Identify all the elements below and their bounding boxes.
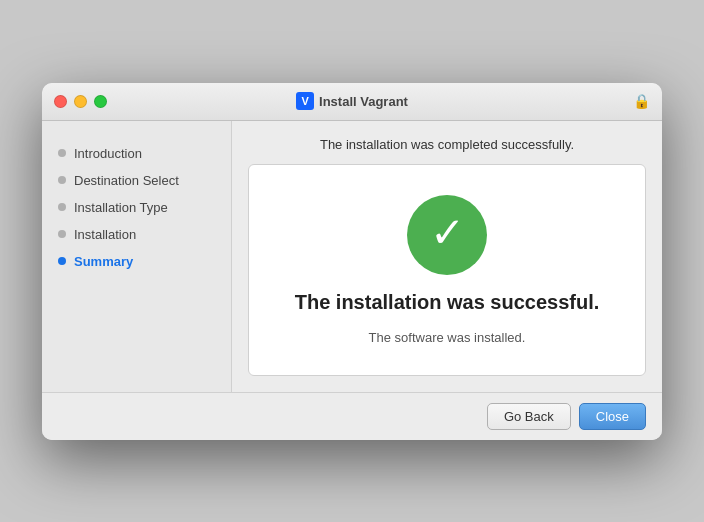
sidebar-item-label: Installation Type <box>74 200 168 215</box>
main-area: The installation was completed successfu… <box>232 121 662 392</box>
success-subtitle: The software was installed. <box>369 330 526 345</box>
vagrant-icon: V <box>296 92 314 110</box>
sidebar-item-label: Summary <box>74 254 133 269</box>
title-text: Install Vagrant <box>319 94 408 109</box>
sidebar-dot <box>58 203 66 211</box>
sidebar-dot-active <box>58 257 66 265</box>
checkmark: ✓ <box>430 212 465 254</box>
window-controls <box>54 95 107 108</box>
close-button[interactable] <box>54 95 67 108</box>
sidebar-item-label: Destination Select <box>74 173 179 188</box>
success-title: The installation was successful. <box>295 291 600 314</box>
installer-window: V Install Vagrant 🔒 Introduction Destina… <box>42 83 662 440</box>
success-icon: ✓ <box>407 195 487 275</box>
titlebar: V Install Vagrant 🔒 <box>42 83 662 121</box>
top-message: The installation was completed successfu… <box>232 121 662 164</box>
sidebar-item-label: Installation <box>74 227 136 242</box>
bottom-bar: Go Back Close <box>42 392 662 440</box>
lock-icon: 🔒 <box>633 93 650 109</box>
sidebar-dot <box>58 230 66 238</box>
sidebar-item-introduction[interactable]: Introduction <box>42 141 231 166</box>
sidebar-dot <box>58 149 66 157</box>
sidebar-item-installation-type[interactable]: Installation Type <box>42 195 231 220</box>
close-button[interactable]: Close <box>579 403 646 430</box>
sidebar-item-installation[interactable]: Installation <box>42 222 231 247</box>
go-back-button[interactable]: Go Back <box>487 403 571 430</box>
sidebar-dot <box>58 176 66 184</box>
titlebar-title: V Install Vagrant <box>296 92 408 110</box>
minimize-button[interactable] <box>74 95 87 108</box>
content-area: Introduction Destination Select Installa… <box>42 121 662 392</box>
sidebar-item-label: Introduction <box>74 146 142 161</box>
maximize-button[interactable] <box>94 95 107 108</box>
success-panel: ✓ The installation was successful. The s… <box>248 164 646 376</box>
sidebar: Introduction Destination Select Installa… <box>42 121 232 392</box>
sidebar-item-summary[interactable]: Summary <box>42 249 231 274</box>
sidebar-item-destination-select[interactable]: Destination Select <box>42 168 231 193</box>
